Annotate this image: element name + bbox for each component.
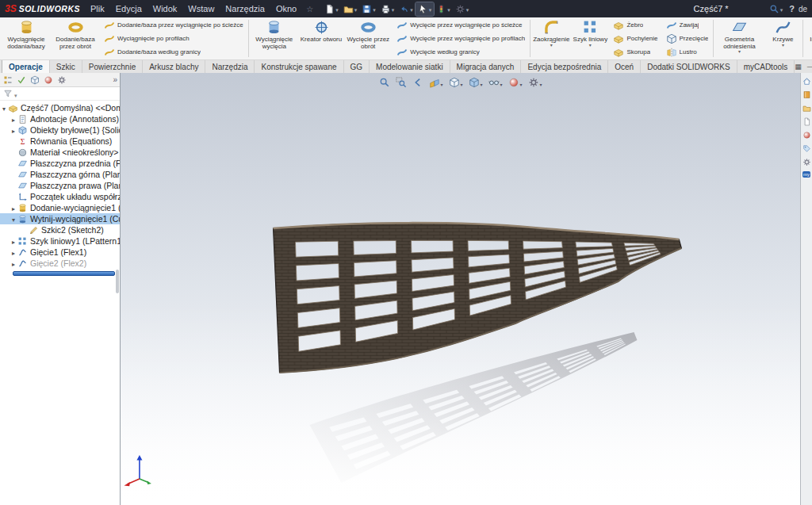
taskpane-appearances-button[interactable] [802,131,811,140]
viewport-layout-button[interactable] [795,63,802,71]
propertymanager-tab[interactable] [16,75,26,85]
hide-show-items-button[interactable] [488,75,504,90]
tree-item-poczatek-ukladu[interactable]: Początek układu współrzędnych ( [0,191,120,202]
ribbon-button-instant3d[interactable]: Instant3D [804,17,812,59]
taskpane-custom-properties-button[interactable] [802,144,811,153]
taskpane-file-explorer-button[interactable] [802,104,811,113]
tree-item-plaszczyzna-prawa[interactable]: Płaszczyzna prawa (Plane) [0,180,120,191]
tree-item-szyk-liniowy1[interactable]: Szyk liniowy1 (LPattern1) [0,235,120,247]
ribbon-button-szyk-liniowy[interactable]: Szyk liniowy [571,17,609,59]
expand-arrow-icon[interactable] [10,125,17,135]
ribbon-button-dodanie-baza-przez-obrot[interactable]: Dodanie/baza przez obrót [51,17,100,59]
displaymanager-tab[interactable] [43,75,53,85]
tree-item-plaszczyzna-przednia[interactable]: Płaszczyzna przednia (Plane) [0,158,120,169]
print-button[interactable] [378,2,397,16]
tree-item-wytnij-wyciagniecie1[interactable]: Wytnij-wyciągnięcie1 (Cut-Extrud [0,213,120,224]
tree-item-szkic2[interactable]: Szkic2 (Sketch2) [0,224,120,235]
ribbon-button-wyciecie-po-profilach[interactable]: Wycięcie przez wyciągnięcie po profilach [395,33,527,44]
menu-plik[interactable]: Plik [85,2,110,16]
tab-szkic[interactable]: Szkic [50,60,82,74]
tab-migracja-danych[interactable]: Migracja danych [450,60,522,74]
ribbon-button-lustro[interactable]: Lustro [665,46,710,58]
expand-arrow-icon[interactable] [10,114,17,124]
expand-arrow-icon[interactable] [10,247,17,257]
ribbon-button-kreator-otworu[interactable]: Kreator otworu [299,17,343,59]
display-style-button[interactable] [467,75,483,90]
tree-item-adnotacje[interactable]: Adnotacje (Annotations) [0,113,120,124]
tree-item-giecie1[interactable]: Gięcie1 (Flex1) [0,247,120,258]
filter-funnel-icon[interactable] [3,89,13,98]
tab-modelowanie-siatki[interactable]: Modelowanie siatki [370,60,450,74]
taskpane-design-library-button[interactable] [802,90,811,99]
taskpane-view-palette-button[interactable] [802,117,811,126]
minimize-button[interactable] [807,63,812,71]
tree-scrollbar-thumb[interactable] [116,270,119,293]
view-settings-button[interactable] [527,75,543,90]
ribbon-button-krzywe[interactable]: Krzywe [764,17,802,59]
taskpane-home-button[interactable] [802,77,811,86]
select-tool-button[interactable] [416,2,435,16]
ribbon-button-zawijaj[interactable]: Zawijaj [665,19,710,31]
section-view-button[interactable] [427,75,443,90]
tree-item-czesc7[interactable]: Część7 (Domyślna) <<Domyślna>_Sta [0,102,120,113]
view-orientation-button[interactable] [447,75,463,90]
new-document-button[interactable] [322,2,341,16]
ribbon-button-pochylenie[interactable]: Pochylenie [611,33,659,44]
ribbon-button-skorupa[interactable]: Skorupa [611,46,659,58]
tree-item-plaszczyzna-gorna[interactable]: Płaszczyzna górna (Plane) [0,169,120,180]
menu-widok[interactable]: Widok [147,2,183,16]
ribbon-button-zaokraglenie[interactable]: Zaokrąglenie [531,17,571,59]
tree-item-rownania[interactable]: Równania (Equations) [0,136,120,147]
help-icon[interactable] [789,4,795,13]
graphics-viewport[interactable] [121,73,800,505]
tab-operacje[interactable]: Operacje [2,60,50,74]
edit-appearance-button[interactable] [508,75,523,90]
expand-arrow-icon[interactable] [10,236,17,246]
tab-arkusz-blachy[interactable]: Arkusz blachy [143,60,205,74]
ribbon-button-przeciecie[interactable]: Przecięcie [665,33,710,44]
ribbon-button-wyciagniecie-dodania-bazy[interactable]: Wyciągnięcie dodania/bazy [2,17,51,59]
tab-ocen[interactable]: Oceń [608,60,641,74]
tree-item-giecie2[interactable]: Gięcie2 (Flex2) [0,258,120,269]
ribbon-button-dodanie-wedlug-granicy[interactable]: Dodanie/baza według granicy [102,46,245,58]
ribbon-button-wyciagniecie-wyciecia[interactable]: Wyciągnięcie wycięcia [250,17,299,59]
menu-pin-icon[interactable]: ☆ [302,5,317,13]
search-button[interactable] [767,2,786,16]
panel-flyout-chevron[interactable]: » [113,75,117,84]
ribbon-button-wyciecie-przez-obrot[interactable]: Wycięcie przez obrót [343,17,393,59]
tab-powierzchnie[interactable]: Powierzchnie [82,60,143,74]
rollback-bar[interactable] [13,271,115,276]
expand-arrow-icon[interactable] [10,258,17,268]
tab-gg[interactable]: GG [344,60,370,74]
filter-caret-icon[interactable] [14,86,17,101]
rebuild-button[interactable] [434,2,453,16]
undo-button[interactable] [396,2,416,16]
menu-wstaw[interactable]: Wstaw [182,2,220,16]
menu-okno[interactable]: Okno [270,2,302,16]
save-button[interactable] [359,2,378,16]
options-button[interactable] [453,2,472,16]
zoom-fit-button[interactable] [377,76,390,89]
ribbon-button-geometria-odniesienia[interactable]: Geometria odniesienia [714,17,764,59]
ribbon-button-dodanie-po-sciezce[interactable]: Dodanie/baza przez wyciągnięcie po ścież… [102,19,245,31]
ribbon-button-zebro[interactable]: Żebro [611,19,659,31]
menu-narzedzia[interactable]: Narzędzia [220,2,270,16]
previous-view-button[interactable] [411,76,423,89]
featuremanager-tab[interactable] [2,75,13,85]
ribbon-button-wyciagniecie-po-profilach[interactable]: Wyciągnięcie po profilach [102,33,245,44]
menu-edycja[interactable]: Edycja [110,2,147,16]
tree-item-material[interactable]: Materiał <nieokreślony> [0,147,120,158]
open-document-button[interactable] [341,2,360,16]
ribbon-button-wyciecie-po-sciezce[interactable]: Wycięcie przez wyciągnięcie po ścieżce [395,19,527,31]
tab-mycadtools[interactable]: myCADtools [737,60,795,74]
dimxpertmanager-tab[interactable] [56,75,67,85]
expand-arrow-icon[interactable] [10,203,17,212]
tree-item-dodanie-wyciagniecie1[interactable]: Dodanie-wyciągnięcie1 (Boss-Extr [0,202,120,213]
expand-arrow-icon[interactable] [0,103,8,113]
ribbon-button-wyciecie-wedlug-granicy[interactable]: Wycięcie według granicy [395,46,527,58]
viewport-3d-model[interactable] [121,73,800,505]
mycadtools-badge[interactable]: my [802,171,810,178]
taskpane-settings-button[interactable] [802,158,811,166]
tab-narzedzia[interactable]: Narzędzia [205,60,255,74]
zoom-area-button[interactable] [394,76,407,89]
